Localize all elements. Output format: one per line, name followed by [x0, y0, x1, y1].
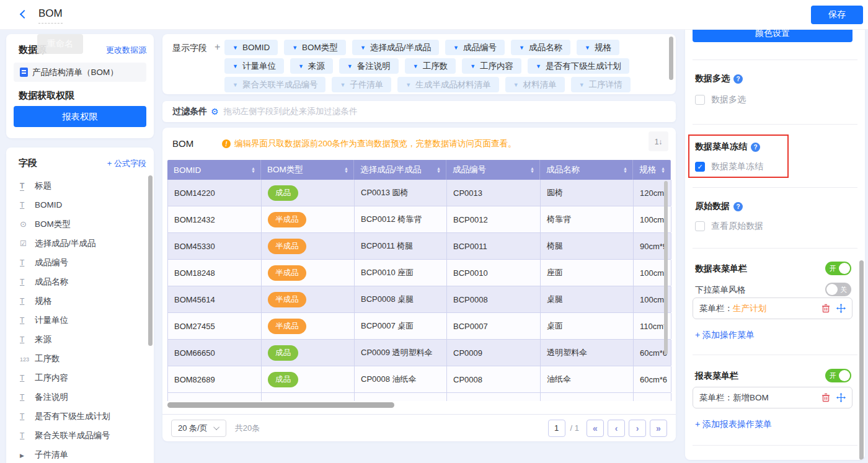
report-permission-button[interactable]: 报表权限	[14, 106, 146, 127]
add-formula-field-link[interactable]: + 公式字段	[107, 158, 146, 169]
settings-scrollbar[interactable]	[859, 260, 864, 460]
field-item[interactable]: 工序内容	[6, 368, 148, 387]
column-header[interactable]: 成品编号	[446, 160, 540, 180]
back-button[interactable]	[19, 9, 30, 20]
table-horizontal-scrollbar[interactable]	[167, 402, 394, 408]
report-menu-item[interactable]: 菜单栏： 新增BOM	[693, 387, 852, 408]
last-page-button[interactable]	[650, 420, 667, 437]
field-item[interactable]: 计量单位	[6, 311, 148, 330]
table-row[interactable]: BOM12432 半成品 BCP0012 椅靠背 BCP0012 椅靠背 100…	[168, 206, 671, 233]
field-item[interactable]: BOMID	[6, 195, 148, 214]
page-total-label: / 1	[570, 423, 579, 433]
display-fields-scrollbar[interactable]	[669, 37, 673, 80]
display-field-chip[interactable]: BOM类型	[284, 40, 346, 55]
field-item[interactable]: 规格	[6, 291, 148, 311]
display-field-chip[interactable]: 工序内容	[462, 58, 521, 74]
checkbox-unchecked[interactable]	[695, 95, 705, 105]
table-row[interactable]: BOM82689 成品 CP0008 油纸伞 CP0008 油纸伞 60cm*6	[168, 366, 671, 393]
help-icon[interactable]	[733, 74, 743, 84]
display-field-chip[interactable]: 是否有下级生成计划	[528, 58, 629, 74]
page-number-input[interactable]: 1	[548, 420, 565, 437]
table-menu-item[interactable]: 菜单栏： 生产计划	[693, 298, 852, 319]
column-header[interactable]: BOMID	[167, 160, 261, 180]
page-size-value: 20 条/页	[178, 423, 208, 434]
display-field-chip[interactable]: BOMID	[224, 40, 278, 55]
display-field-chip[interactable]: 聚合关联半成品编号	[224, 77, 326, 92]
sort-order-button[interactable]	[649, 131, 668, 151]
menu-freeze-checkbox-row[interactable]: 数据菜单冻结	[695, 161, 763, 172]
field-item[interactable]: 来源	[6, 330, 148, 349]
field-item[interactable]: 聚合关联半成品编号	[6, 426, 148, 445]
checkbox-label: 数据菜单冻结	[711, 161, 763, 172]
field-item[interactable]: BOM类型	[6, 214, 148, 234]
table-menu-title: 数据表菜单栏	[695, 263, 747, 275]
column-header[interactable]: 选择成品/半成品	[354, 160, 446, 180]
table-vertical-scrollbar[interactable]	[664, 181, 668, 355]
display-field-chip[interactable]: 子件清单	[332, 77, 391, 92]
help-icon[interactable]	[751, 143, 760, 152]
display-field-chip[interactable]: 生成半成品材料清单	[397, 77, 498, 92]
table-row[interactable]: BOM45330 半成品 BCP0011 椅腿 BCP0011 椅腿 90cm*…	[168, 233, 671, 260]
report-menu-toggle[interactable]: 开	[825, 369, 851, 382]
display-field-chip[interactable]: 工序数	[405, 58, 456, 74]
display-field-chip[interactable]: 材料清单	[505, 77, 565, 92]
field-label: BOMID	[35, 200, 62, 209]
display-field-chip[interactable]: 成品编号	[445, 40, 505, 55]
warning-icon	[222, 139, 231, 148]
add-report-menu-link[interactable]: + 添加报表操作菜单	[695, 419, 772, 430]
multi-select-checkbox-row[interactable]: 数据多选	[695, 94, 746, 105]
save-button[interactable]: 保存	[811, 6, 863, 24]
column-header[interactable]: 成品名称	[540, 160, 633, 180]
display-field-chip[interactable]: 选择成品/半成品	[352, 40, 439, 55]
display-field-chip[interactable]: 来源	[290, 58, 333, 74]
first-page-button[interactable]	[587, 420, 604, 437]
field-item[interactable]: 备注说明	[6, 387, 148, 407]
field-item[interactable]: 成品名称	[6, 272, 148, 291]
page-size-select[interactable]: 20 条/页	[171, 420, 226, 437]
next-page-button[interactable]	[629, 420, 646, 437]
table-row[interactable]: BOM45614 半成品 BCP0008 桌腿 BCP0008 桌腿 100cm…	[168, 286, 671, 313]
gear-icon[interactable]	[211, 107, 219, 117]
dropdown-style-label: 下拉菜单风格	[695, 284, 745, 296]
page-title[interactable]: BOM	[38, 7, 63, 24]
display-field-chip[interactable]: 备注说明	[339, 58, 399, 74]
report-menu-title: 报表菜单栏	[695, 371, 738, 382]
field-item[interactable]: 标题	[6, 176, 148, 195]
raw-data-checkbox-row[interactable]: 查看原始数据	[695, 221, 763, 232]
table-menu-toggle[interactable]: 开	[825, 262, 851, 275]
field-item[interactable]: 成品编号	[6, 253, 148, 272]
column-header[interactable]: BOM类型	[261, 160, 354, 180]
field-type-icon	[20, 431, 35, 440]
table-row[interactable]: BOM66650 成品 CP0009 透明塑料伞 CP0009 透明塑料伞 60…	[168, 340, 671, 366]
help-icon[interactable]	[733, 202, 743, 211]
field-item[interactable]: 子件清单	[6, 445, 148, 463]
trash-icon[interactable]	[822, 304, 830, 313]
checkbox-checked[interactable]	[695, 162, 705, 172]
change-datasource-link[interactable]: 更改数据源	[106, 45, 146, 56]
chip-label: 工序详情	[589, 79, 622, 90]
display-field-chip[interactable]: 规格	[577, 40, 619, 55]
trash-icon[interactable]	[822, 393, 830, 402]
column-label: 成品名称	[546, 164, 580, 175]
add-operation-menu-link[interactable]: + 添加操作菜单	[695, 330, 755, 341]
dropdown-style-toggle[interactable]: 关	[825, 283, 851, 296]
display-field-chip[interactable]: 成品名称	[511, 40, 570, 55]
move-icon[interactable]	[836, 393, 846, 402]
table-row[interactable]: BOM14220 成品 CP0013 圆椅 CP0013 圆椅 120cm*	[168, 180, 671, 206]
add-display-field-button[interactable]: +	[215, 42, 220, 53]
field-item[interactable]: 工序数	[6, 349, 148, 368]
cell-product-name: 桌面	[541, 313, 634, 339]
column-header[interactable]: 规格	[633, 160, 671, 180]
field-item[interactable]: 是否有下级生成计划	[6, 407, 148, 426]
display-field-chip[interactable]: 工序详情	[571, 77, 631, 92]
table-row[interactable]: BOM27455 半成品 BCP0007 桌面 BCP0007 桌面 110cm…	[168, 313, 671, 340]
move-icon[interactable]	[836, 304, 846, 313]
table-row[interactable]: BOM18248 半成品 BCP0010 座面 BCP0010 座面 100cm…	[168, 260, 671, 286]
table-title: BOM	[172, 138, 193, 149]
checkbox-unchecked[interactable]	[695, 221, 705, 231]
field-item[interactable]: 选择成品/半成品	[6, 234, 148, 253]
prev-page-button[interactable]	[608, 420, 625, 437]
fields-scrollbar[interactable]	[148, 175, 153, 346]
display-field-chip[interactable]: 计量单位	[224, 58, 284, 74]
datasource-item[interactable]: 产品结构清单（BOM）	[14, 63, 146, 82]
